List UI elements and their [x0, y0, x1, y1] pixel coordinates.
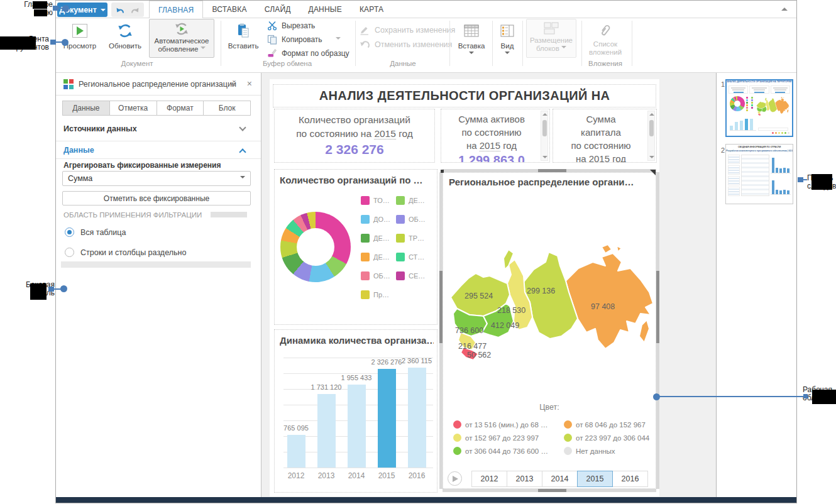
redaction-box	[34, 9, 47, 16]
kpi-assets-block[interactable]: Сумма активов по состоянию на 2015 год 1…	[441, 109, 550, 163]
donut-legend-item[interactable]: СЕ…	[396, 266, 434, 285]
section-data[interactable]: Данные	[63, 146, 249, 155]
format-painter-button[interactable]: Формат по образцу	[267, 48, 349, 59]
kpi-count-block[interactable]: Количество организаций по состоянию на 2…	[274, 109, 435, 163]
chevron-down-icon	[240, 176, 245, 181]
view-button[interactable]: Вид	[495, 20, 520, 57]
bar-2013[interactable]	[317, 394, 336, 468]
donut-chart[interactable]	[280, 212, 351, 282]
bar-2015[interactable]	[378, 369, 396, 468]
collapse-panel-icon[interactable]: «	[231, 79, 236, 89]
kpi-capital-year[interactable]: 2015	[589, 153, 610, 163]
slides-panel: 1 АНАЛИЗ ДЕЯТЕЛЬНОСТИ ОРГАНИЗАЦИЙ НА ТЕР…	[716, 73, 796, 497]
refresh-button[interactable]: Обновить	[104, 20, 146, 50]
kpi-assets-value: 1 299 863 0	[444, 153, 539, 163]
mark-all-fixed-button[interactable]: Отметить все фиксированные	[62, 191, 251, 205]
year-button-2012[interactable]: 2012	[471, 471, 507, 487]
collapse-ribbon-icon[interactable]	[781, 8, 788, 11]
tab-slide[interactable]: СЛАЙД	[256, 1, 300, 18]
donut-legend-item[interactable]: ТР…	[396, 229, 434, 248]
scroll-down-icon[interactable]	[542, 156, 547, 158]
selection-corner-mark[interactable]	[441, 170, 444, 173]
kpi-capital-block[interactable]: Сумма капитала по состоянию на 2015 год	[553, 109, 657, 163]
scroll-up-icon[interactable]	[649, 113, 654, 116]
donut-legend-item[interactable]: ДЕ…	[396, 191, 434, 210]
attachments-button[interactable]: Список вложений	[585, 20, 625, 57]
sidebar-tab-format[interactable]: Формат	[157, 101, 204, 115]
bar-chart-block[interactable]: Динамика количества организа… 765 095201…	[274, 329, 437, 493]
cut-button[interactable]: Вырезать	[267, 20, 315, 31]
redaction-box	[30, 283, 47, 300]
region-far-east-island[interactable]	[602, 244, 612, 253]
auto-refresh-button[interactable]: Автоматическое обновление	[149, 19, 214, 58]
donut-legend-item[interactable]: ДЕ…	[361, 229, 396, 248]
radio-whole-table[interactable]: Вся таблица	[65, 227, 126, 237]
redo-icon[interactable]	[129, 4, 141, 16]
sidebar-tab-data[interactable]: Данные	[63, 101, 110, 115]
tab-home[interactable]: ГЛАВНАЯ	[149, 1, 203, 18]
kpi-capital-scrollbar[interactable]	[647, 111, 655, 161]
year-button-2013[interactable]: 2013	[507, 471, 542, 487]
donut-legend-item[interactable]: ТО…	[361, 191, 396, 210]
bar-2012[interactable]	[287, 435, 305, 468]
tab-map[interactable]: КАРТА	[351, 1, 392, 18]
year-button-2014[interactable]: 2014	[542, 471, 578, 487]
map-title: Региональное распределение органи…	[449, 177, 634, 187]
dashboard-title-block[interactable]: АНАЛИЗ ДЕЯТЕЛЬНОСТИ ОРГАНИЗАЦИЙ НА	[273, 84, 656, 107]
kpi-count-year[interactable]: 2015	[374, 128, 395, 140]
donut-legend-item[interactable]: СТ…	[396, 248, 434, 266]
year-button-2016[interactable]: 2016	[612, 471, 648, 487]
selection-handle-bottom[interactable]	[538, 489, 566, 492]
map-block[interactable]: Региональное распределение органи…	[443, 172, 656, 489]
kpi-assets-scrollbar[interactable]	[541, 111, 548, 161]
year-button-2015[interactable]: 2015	[577, 471, 613, 487]
scroll-down-icon[interactable]	[649, 156, 654, 158]
scroll-thumb[interactable]	[649, 120, 654, 136]
bar-2016[interactable]	[408, 368, 426, 468]
slide-thumbnail-1[interactable]: АНАЛИЗ ДЕЯТЕЛЬНОСТИ ОРГАНИЗАЦИЙ НА ТЕРРИ…	[725, 79, 793, 137]
donut-legend-item[interactable]: ДЕ…	[361, 248, 396, 266]
sidebar-scroll-track[interactable]	[61, 261, 251, 268]
view-label: Вид	[501, 42, 514, 50]
slide-thumbnail-2[interactable]: СВОДНАЯ ИНФОРМАЦИЯ ПО ОТРАСЛИ Разработка…	[725, 144, 793, 204]
donut-legend-item[interactable]: ДО…	[361, 210, 396, 229]
radio-whole-table-label: Вся таблица	[80, 228, 126, 237]
insert-block-button[interactable]: Вставка	[453, 20, 490, 57]
region-siberia[interactable]	[524, 252, 578, 339]
bar-2014[interactable]	[348, 385, 366, 468]
scroll-up-icon[interactable]	[542, 113, 547, 116]
sidebar-tab-mark[interactable]: Отметка	[110, 101, 157, 115]
radio-unselected-icon	[65, 248, 74, 257]
undo-icon[interactable]	[114, 4, 126, 16]
tab-insert[interactable]: ВСТАВКА	[203, 1, 255, 18]
layout-blocks-button[interactable]: Размещение блоков	[526, 19, 576, 58]
donut-legend-item[interactable]: Пр…	[361, 285, 396, 304]
legend-swatch	[396, 271, 405, 280]
map-legend: от 13 516 (мин.) до 68 …от 68 046 до 152…	[453, 418, 657, 457]
sidebar-tab-block[interactable]: Блок	[204, 101, 250, 115]
section-data-sources[interactable]: Источники данных	[63, 124, 249, 133]
scroll-thumb[interactable]	[542, 120, 547, 136]
donut-chart-block[interactable]: Количество организаций по … ТО…ДЕ…ДО…ОБ……	[274, 169, 437, 325]
tab-data[interactable]: ДАННЫЕ	[300, 1, 351, 18]
undo-changes-button[interactable]: Отменить изменения	[359, 39, 452, 50]
save-changes-button[interactable]: Сохранить изменения	[359, 25, 455, 36]
selection-corner-mark[interactable]	[650, 170, 656, 175]
play-button[interactable]	[448, 471, 462, 486]
radio-rows-columns[interactable]: Строки и столбцы раздельно	[65, 248, 186, 257]
paste-button[interactable]: Вставить	[224, 20, 262, 50]
russia-map[interactable]: 295 524 299 136 218 530 97 408 736 600 4…	[443, 243, 657, 391]
close-panel-icon[interactable]: ×	[247, 79, 252, 89]
selection-handle-top[interactable]	[538, 169, 566, 172]
aggregate-select[interactable]: Сумма	[62, 171, 251, 186]
map-legend-title: Цвет:	[443, 403, 656, 412]
selection-handle-right[interactable]	[656, 271, 659, 343]
donut-legend-item[interactable]: ОБ…	[361, 266, 396, 285]
region-far-east-sakhalin[interactable]	[639, 320, 649, 342]
region-far-east-island[interactable]	[617, 246, 622, 252]
donut-legend-item[interactable]: ОБ…	[396, 210, 434, 229]
kpi-assets-year[interactable]: 2015	[480, 140, 500, 151]
view-icon	[500, 21, 514, 40]
copy-button[interactable]: Копировать	[267, 34, 341, 45]
selection-handle-left[interactable]	[439, 271, 443, 343]
